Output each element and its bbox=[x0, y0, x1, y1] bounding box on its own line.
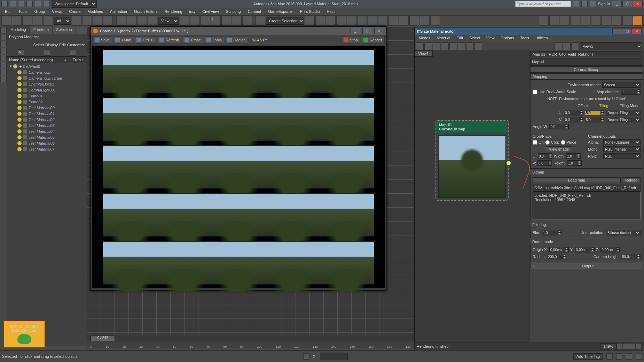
rollout-mapping[interactable]: Mapping bbox=[530, 73, 643, 80]
map-name-input[interactable] bbox=[530, 58, 643, 66]
slate-min-icon[interactable]: _ bbox=[612, 28, 622, 34]
pivot-button[interactable] bbox=[180, 16, 189, 26]
tool-fp-button[interactable] bbox=[633, 16, 643, 26]
tool-i-button[interactable] bbox=[622, 16, 632, 26]
sm-options[interactable]: Options bbox=[498, 35, 517, 42]
rendersetup-button[interactable] bbox=[388, 16, 398, 26]
slate-close-icon[interactable]: ✕ bbox=[632, 28, 642, 34]
save-icon[interactable] bbox=[26, 1, 33, 7]
render-button[interactable] bbox=[409, 16, 419, 26]
dock-icon-8[interactable] bbox=[0, 76, 7, 82]
v-tiling-mode[interactable]: Repeat Tiling bbox=[606, 117, 641, 122]
addtimetag-button[interactable]: Add Time Tag bbox=[573, 353, 603, 360]
manip-button[interactable] bbox=[190, 16, 200, 26]
menu-grapheditors[interactable]: Graph Editors bbox=[131, 9, 160, 14]
crop-v-spinner[interactable]: ▲▼ bbox=[537, 160, 552, 166]
fav-icon[interactable] bbox=[581, 1, 588, 7]
snap3-button[interactable]: 3 bbox=[211, 16, 221, 26]
help-icon[interactable] bbox=[573, 1, 579, 7]
origin-y-spinner[interactable]: ▲▼ bbox=[575, 247, 595, 252]
tool-e-button[interactable] bbox=[581, 16, 590, 26]
app-icon[interactable] bbox=[1, 1, 8, 7]
undo-icon[interactable] bbox=[35, 1, 41, 7]
rgb-dropdown[interactable]: RGB bbox=[603, 153, 641, 159]
scene-item[interactable]: Test Material06 bbox=[7, 140, 87, 146]
fb-tomax-button[interactable]: >Max bbox=[113, 36, 133, 44]
unlink-button[interactable] bbox=[33, 16, 42, 26]
scn-close-icon[interactable]: ✕ bbox=[18, 49, 24, 56]
scene-item[interactable]: Plane02 bbox=[7, 99, 87, 105]
ribbon-selection[interactable]: Selection bbox=[53, 26, 76, 34]
mateditor-button[interactable] bbox=[378, 16, 388, 26]
redo-button[interactable] bbox=[12, 16, 22, 26]
scene-item[interactable]: Test Material01 bbox=[7, 111, 87, 116]
viewimage-button[interactable]: View Image bbox=[546, 146, 572, 152]
sm-edit[interactable]: Edit bbox=[454, 35, 466, 42]
scn-display[interactable]: Display bbox=[45, 43, 58, 47]
redo-icon[interactable] bbox=[43, 1, 49, 7]
timeline[interactable]: 0 / 242 01020304050607080901001101201301… bbox=[87, 335, 414, 350]
u-tiling-mode[interactable]: Repeat Tiling bbox=[606, 110, 641, 115]
nav-icon-1[interactable] bbox=[606, 353, 613, 360]
menu-views[interactable]: Views bbox=[49, 9, 65, 14]
scene-item[interactable]: Test Material00 bbox=[7, 105, 87, 111]
col-frozen[interactable]: Frozen bbox=[67, 58, 85, 62]
fb-render-button[interactable]: Render bbox=[361, 36, 385, 44]
tool-h-button[interactable] bbox=[612, 16, 622, 26]
nav-icon-3[interactable] bbox=[626, 353, 632, 360]
u-offset-spinner[interactable]: ▲▼ bbox=[564, 110, 583, 115]
scn-lock-icon[interactable] bbox=[70, 49, 76, 56]
path-input[interactable] bbox=[533, 184, 641, 192]
minimize-icon[interactable]: _ bbox=[612, 1, 622, 7]
menu-gameexporter[interactable]: GameExporter bbox=[265, 9, 296, 14]
st-nav-icon[interactable] bbox=[563, 42, 571, 50]
select-name-button[interactable] bbox=[82, 16, 92, 26]
v-tiling-spinner[interactable]: ▲▼ bbox=[585, 117, 604, 122]
menu-group[interactable]: Group bbox=[32, 9, 48, 14]
menu-rendering[interactable]: Rendering bbox=[162, 9, 185, 14]
select-button[interactable] bbox=[72, 16, 81, 26]
scene-item[interactable]: Camera_cup.Target bbox=[7, 75, 87, 81]
keymode-button[interactable] bbox=[201, 16, 210, 26]
scn-select[interactable]: Select bbox=[33, 43, 44, 47]
lock-icon[interactable] bbox=[303, 353, 309, 360]
dock-icon-7[interactable] bbox=[0, 69, 7, 75]
angle-spinner[interactable]: ▲▼ bbox=[549, 124, 569, 129]
scn-customize[interactable]: Customize bbox=[67, 43, 85, 47]
nav-icon-4[interactable] bbox=[636, 353, 642, 360]
st-pick-icon[interactable] bbox=[416, 42, 424, 50]
sm-material[interactable]: Material bbox=[434, 35, 453, 42]
st-layout-icon[interactable] bbox=[555, 42, 562, 50]
menu-animation[interactable]: Animation bbox=[107, 9, 130, 14]
crop-w-spinner[interactable]: ▲▼ bbox=[566, 153, 581, 159]
loadmap-button[interactable]: Load map bbox=[533, 177, 621, 183]
scene-item[interactable]: Test Material05 bbox=[7, 134, 87, 140]
zoom-icon-1[interactable] bbox=[616, 343, 623, 349]
realworld-checkbox[interactable] bbox=[533, 90, 537, 94]
view-tab[interactable]: View1 bbox=[415, 50, 433, 57]
dock-icon-2[interactable] bbox=[0, 34, 7, 40]
place-radio[interactable] bbox=[561, 140, 565, 145]
mirror-button[interactable] bbox=[305, 16, 315, 26]
dock-icon-4[interactable] bbox=[0, 48, 7, 54]
fb-tools-button[interactable]: Tools bbox=[204, 36, 224, 44]
st-bg-icon[interactable] bbox=[458, 42, 465, 50]
renderframe-button[interactable] bbox=[399, 16, 409, 26]
layers-button[interactable] bbox=[326, 16, 336, 26]
nav-icon-2[interactable] bbox=[616, 353, 622, 360]
mono-dropdown[interactable]: RGB Intensity bbox=[603, 146, 641, 152]
sm-tools[interactable]: Tools bbox=[517, 35, 532, 42]
origin-z-spinner[interactable]: ▲▼ bbox=[600, 247, 620, 252]
menu-tools[interactable]: Tools bbox=[16, 9, 30, 14]
filter-dropdown[interactable]: All bbox=[54, 17, 71, 25]
menu-content[interactable]: Content bbox=[245, 9, 264, 14]
tool-g-button[interactable] bbox=[602, 16, 611, 26]
link-button[interactable] bbox=[22, 16, 32, 26]
signin-link[interactable]: Sign In bbox=[598, 2, 610, 6]
zoom-icon-4[interactable] bbox=[635, 343, 642, 349]
env-mode-dropdown[interactable]: Screen bbox=[602, 82, 641, 88]
tool-c-button[interactable] bbox=[560, 16, 570, 26]
scene-item[interactable]: ChamferBox01 bbox=[7, 81, 87, 87]
alpha-dropdown[interactable]: None (Opaque) bbox=[603, 139, 641, 145]
st-sample-icon[interactable] bbox=[449, 42, 457, 50]
